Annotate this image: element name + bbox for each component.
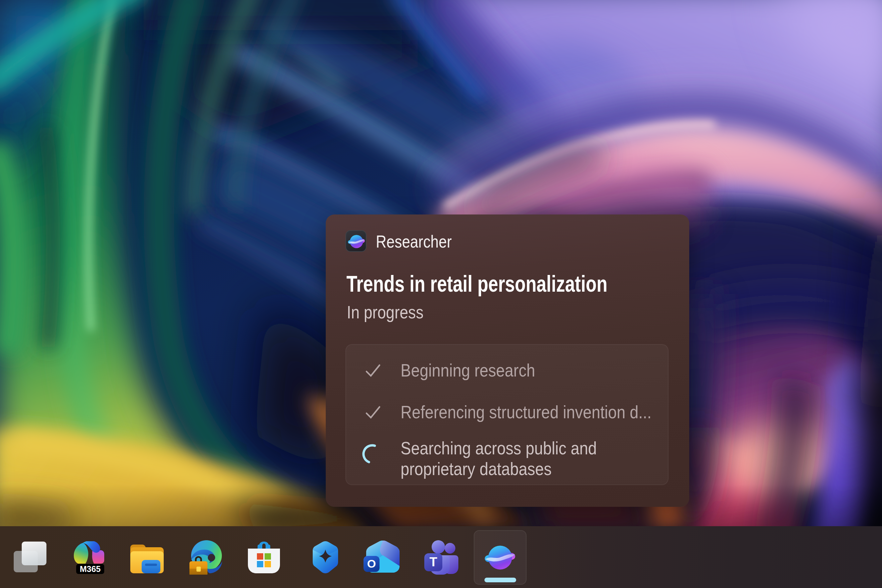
svg-text:T: T [429,555,437,569]
svg-text:O: O [367,557,376,570]
